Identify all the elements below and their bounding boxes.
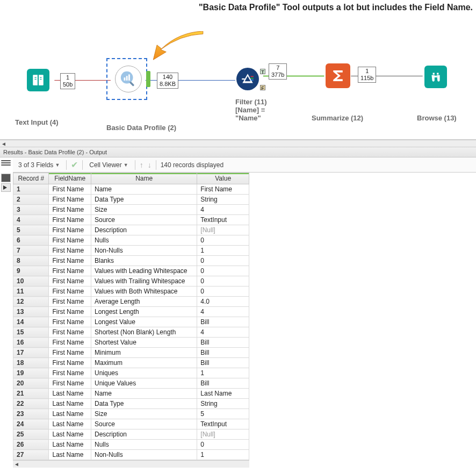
- table-row[interactable]: 5First NameDescription[Null]: [13, 225, 249, 235]
- table-row[interactable]: 18First NameMaximumBill: [13, 358, 249, 368]
- cell-record: 26: [13, 440, 49, 450]
- table-row[interactable]: 12First NameAverage Length4.0: [13, 297, 249, 307]
- cell-name: Values with Both Whitespace: [91, 286, 197, 297]
- cell-value: [Null]: [197, 429, 249, 440]
- cell-record: 24: [13, 419, 49, 429]
- table-row[interactable]: 7First NameNon-Nulls1: [13, 246, 249, 256]
- sort-up-icon[interactable]: ↑: [140, 161, 143, 169]
- tool-filter[interactable]: [236, 68, 259, 90]
- workflow-canvas[interactable]: "Basic Data Profile" Tool outputs a lot …: [0, 0, 476, 140]
- fields-dropdown[interactable]: 3 of 3 Fields▼: [16, 160, 62, 170]
- cell-name: Description: [91, 429, 197, 440]
- col-name[interactable]: Name: [91, 173, 197, 184]
- cell-viewer-dropdown[interactable]: Cell Viewer▼: [87, 160, 130, 170]
- prism-icon: [241, 72, 255, 86]
- cell-record: 16: [13, 338, 49, 348]
- results-title-bar: Results - Basic Data Profile (2) - Outpu…: [0, 147, 476, 157]
- svg-rect-12: [250, 80, 253, 80]
- results-table[interactable]: Record # FieldName Name Value 1First Nam…: [13, 173, 249, 460]
- cell-name: Data Type: [91, 195, 197, 205]
- table-row[interactable]: 23Last NameSize5: [13, 409, 249, 419]
- cell-record: 20: [13, 378, 49, 389]
- table-row[interactable]: 19First NameUniques1: [13, 368, 249, 378]
- table-row[interactable]: 9First NameValues with Leading Whitespac…: [13, 266, 249, 276]
- gutter-marker[interactable]: [1, 183, 11, 192]
- cell-value: Bill: [197, 317, 249, 327]
- cell-fieldname: First Name: [49, 317, 91, 327]
- tool-basic-data-profile[interactable]: [115, 66, 142, 92]
- tool-summarize-label: Summarize (12): [312, 114, 363, 122]
- table-row[interactable]: 14First NameLongest ValueBill: [13, 317, 249, 327]
- filter-true-anchor[interactable]: T: [260, 69, 265, 74]
- filter-false-anchor[interactable]: F: [260, 85, 265, 90]
- results-hscrollbar[interactable]: ◄: [13, 460, 249, 468]
- table-row[interactable]: 22Last NameData TypeString: [13, 399, 249, 409]
- cell-value: Bill: [197, 378, 249, 389]
- table-row[interactable]: 21Last NameNameLast Name: [13, 389, 249, 399]
- gutter-all-records[interactable]: [1, 174, 11, 182]
- binoculars-icon: [429, 70, 443, 84]
- output-anchor[interactable]: [146, 71, 150, 87]
- cell-value: 0: [197, 266, 249, 276]
- col-value[interactable]: Value: [197, 173, 249, 184]
- table-row[interactable]: 10First NameValues with Trailing Whitesp…: [13, 276, 249, 286]
- scroll-left-icon[interactable]: ◄: [13, 461, 20, 468]
- cell-name: Longest Length: [91, 307, 197, 317]
- table-row[interactable]: 17First NameMinimumBill: [13, 348, 249, 358]
- cell-value: 0: [197, 276, 249, 286]
- cell-value: 4: [197, 307, 249, 317]
- sort-down-icon[interactable]: ↓: [148, 161, 152, 169]
- cell-value: String: [197, 195, 249, 205]
- apply-check-icon[interactable]: ✔: [71, 160, 78, 170]
- cell-fieldname: First Name: [49, 327, 91, 338]
- canvas-hscrollbar[interactable]: ◄: [0, 140, 476, 147]
- table-row[interactable]: 3First NameSize4: [13, 205, 249, 215]
- cell-name: Name: [91, 184, 197, 195]
- col-record[interactable]: Record #: [13, 173, 49, 184]
- tool-text-input[interactable]: [27, 69, 49, 91]
- table-row[interactable]: 15First NameShortest (Non Blank) Length4: [13, 327, 249, 338]
- col-fieldname[interactable]: FieldName: [49, 173, 91, 184]
- cell-record: 3: [13, 205, 49, 215]
- table-row[interactable]: 27Last NameNon-Nulls1: [13, 450, 249, 460]
- table-row[interactable]: 4First NameSourceTextInput: [13, 215, 249, 225]
- cell-fieldname: First Name: [49, 368, 91, 378]
- svg-rect-5: [124, 77, 126, 81]
- annotation-callout: "Basic Data Profile" Tool outputs a lot …: [199, 3, 473, 12]
- cell-value: 0: [197, 256, 249, 266]
- table-row[interactable]: 1First NameNameFirst Name: [13, 184, 249, 195]
- table-row[interactable]: 16First NameShortest ValueBill: [13, 338, 249, 348]
- cell-record: 17: [13, 348, 49, 358]
- scroll-left-icon[interactable]: ◄: [0, 140, 8, 148]
- table-row[interactable]: 2First NameData TypeString: [13, 195, 249, 205]
- cell-name: Uniques: [91, 368, 197, 378]
- cell-record: 8: [13, 256, 49, 266]
- cell-name: Source: [91, 419, 197, 429]
- cell-name: Data Type: [91, 399, 197, 409]
- cell-fieldname: Last Name: [49, 440, 91, 450]
- cell-fieldname: First Name: [49, 256, 91, 266]
- menu-icon[interactable]: [1, 159, 11, 167]
- tool-summarize[interactable]: [326, 63, 350, 88]
- cell-name: Average Length: [91, 297, 197, 307]
- table-row[interactable]: 6First NameNulls0: [13, 235, 249, 246]
- table-row[interactable]: 20First NameUnique ValuesBill: [13, 378, 249, 389]
- cell-name: Size: [91, 205, 197, 215]
- table-row[interactable]: 24Last NameSourceTextInput: [13, 419, 249, 429]
- cell-value: Bill: [197, 348, 249, 358]
- table-row[interactable]: 13First NameLongest Length4: [13, 307, 249, 317]
- cell-fieldname: Last Name: [49, 429, 91, 440]
- tool-browse[interactable]: [424, 66, 447, 88]
- cell-fieldname: First Name: [49, 297, 91, 307]
- table-row[interactable]: 25Last NameDescription[Null]: [13, 429, 249, 440]
- table-row[interactable]: 26Last NameNulls0: [13, 440, 249, 450]
- table-row[interactable]: 11First NameValues with Both Whitespace0: [13, 286, 249, 297]
- magnify-chart-icon: [119, 70, 138, 88]
- cell-name: Non-Nulls: [91, 450, 197, 460]
- tool-basic-profile-label: Basic Data Profile (2): [106, 124, 176, 132]
- cell-record: 14: [13, 317, 49, 327]
- cell-name: Size: [91, 409, 197, 419]
- cell-record: 15: [13, 327, 49, 338]
- table-row[interactable]: 8First NameBlanks0: [13, 256, 249, 266]
- cell-value: [Null]: [197, 225, 249, 235]
